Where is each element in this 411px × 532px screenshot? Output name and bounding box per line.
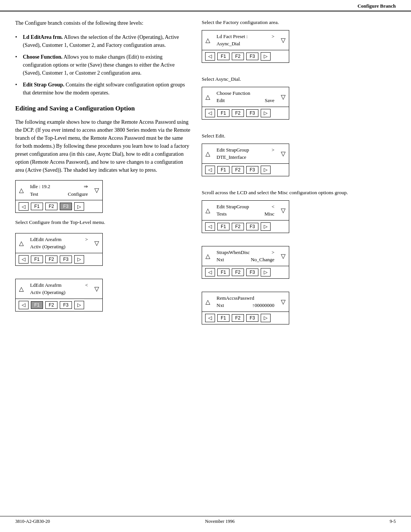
f3-button-r5[interactable]: F3 [246, 268, 258, 276]
back-button-r4[interactable]: ◁ [205, 222, 215, 231]
f1-button-r6[interactable]: F1 [217, 314, 229, 322]
f3-button-3[interactable]: F3 [60, 301, 72, 309]
panel-up-arrow-2[interactable]: △ [16, 233, 27, 253]
back-button-2[interactable]: ◁ [19, 255, 29, 264]
panel-up-arrow-r1[interactable]: △ [202, 30, 213, 50]
panel-ldedit1-content: LdEdit Areafrm > Activ (Operating) [27, 233, 91, 253]
panel-up-arrow-r2[interactable]: △ [202, 87, 213, 107]
panel-up-arrow-r5[interactable]: △ [202, 246, 213, 266]
back-button-r1[interactable]: ◁ [205, 52, 215, 61]
panel-up-arrow-r4[interactable]: △ [202, 201, 213, 220]
section-heading: Editing and Saving a Configuration Optio… [15, 104, 190, 113]
f1-button-2[interactable]: F1 [31, 256, 43, 263]
f2-button-2[interactable]: F2 [45, 256, 57, 263]
panel-idle-caption: Select Configure from the Top-Level menu… [15, 219, 190, 226]
page-footer: 3810-A2-GB30-20 November 1996 9-5 [0, 516, 411, 524]
configure-label: Configure [68, 190, 88, 198]
f1-button-3-highlighted[interactable]: F1 [31, 301, 43, 309]
forward-button-r1[interactable]: ▷ [261, 52, 271, 61]
panel-swd-lcd: △ StrapsWhenDisc > Nxt No_Change ▽ [202, 246, 289, 266]
f2-button-r6[interactable]: F2 [232, 314, 244, 322]
forward-button-r6[interactable]: ▷ [261, 314, 271, 322]
f2-button-r2[interactable]: F2 [232, 109, 244, 117]
f2-button[interactable]: F2 [45, 203, 57, 210]
fact-preset-arrow: > [272, 33, 274, 40]
f3-button-2[interactable]: F3 [60, 256, 72, 263]
lcd-line1-rap: RemAccssPasswrd [217, 294, 274, 302]
panel-down-arrow-r5[interactable]: ▽ [277, 246, 289, 266]
idle-arrow: ⇒ [84, 183, 88, 190]
f1-button-r2[interactable]: F1 [217, 109, 229, 117]
f3-button-highlighted[interactable]: F3 [60, 203, 72, 210]
panel-down-arrow-r6[interactable]: ▽ [277, 292, 289, 312]
panel-down-arrow-r1[interactable]: ▽ [277, 30, 289, 50]
lcd-line1-ldedit2: LdEdit Areafrm < [30, 281, 88, 289]
back-button-r3[interactable]: ◁ [205, 166, 215, 174]
back-button-r5[interactable]: ◁ [205, 268, 215, 276]
panel-down-arrow[interactable]: ▽ [91, 181, 102, 200]
panel-up-arrow[interactable]: △ [16, 181, 27, 200]
forward-button-r3[interactable]: ▷ [261, 166, 271, 174]
bullet-item-3: Edit Strap Group. Contains the eight sof… [15, 81, 190, 97]
panel-down-arrow-3[interactable]: ▽ [91, 279, 102, 299]
f3-button-r4[interactable]: F3 [246, 223, 258, 230]
panel-down-arrow-r2[interactable]: ▽ [277, 87, 289, 107]
f3-button-r2[interactable]: F3 [246, 109, 258, 117]
panel-rem-accss-passwrd: △ RemAccssPasswrd Nxt ↑00000000 ▽ ◁ [202, 292, 377, 331]
f1-button-r4[interactable]: F1 [217, 223, 229, 230]
panel-choose-function-box: △ Choose Function Edit Save ▽ ◁ F1 [202, 87, 289, 120]
edit-sg-label-2: Edit StrapGroup [217, 203, 249, 211]
panel-down-arrow-2[interactable]: ▽ [91, 233, 102, 253]
forward-button-2[interactable]: ▷ [74, 255, 84, 264]
select-edit-caption: Select Edit. [202, 133, 377, 140]
back-button[interactable]: ◁ [19, 202, 29, 211]
f3-button-r3[interactable]: F3 [246, 166, 258, 174]
panel-idle-content: Idle : 19.2 ⇒ Test Configure [27, 181, 91, 200]
f1-button-r1[interactable]: F1 [217, 53, 229, 60]
panel-rap-buttons: ◁ F1 F2 F3 ▷ [202, 312, 289, 324]
forward-button-r4[interactable]: ▷ [261, 222, 271, 231]
forward-button-3[interactable]: ▷ [74, 301, 84, 309]
panel-edit-sg2-content: Edit StrapGroup < Tests Misc [213, 201, 277, 220]
panel-up-arrow-r6[interactable]: △ [202, 292, 213, 312]
panel-down-arrow-r4[interactable]: ▽ [277, 201, 289, 220]
test-label: Test [30, 190, 38, 198]
f3-button-r6[interactable]: F3 [246, 314, 258, 322]
f3-button-r1[interactable]: F3 [246, 53, 258, 60]
f2-button-3[interactable]: F2 [45, 301, 57, 309]
fact-preset-label: Ld Fact Preset : [217, 33, 248, 40]
page-title: Configure Branch [357, 3, 396, 9]
forward-button-r5[interactable]: ▷ [261, 268, 271, 276]
f2-button-r5[interactable]: F2 [232, 268, 244, 276]
back-button-r6[interactable]: ◁ [205, 314, 215, 322]
f1-button[interactable]: F1 [31, 203, 43, 210]
f2-button-r4[interactable]: F2 [232, 223, 244, 230]
lcd-line1-sg1: Edit StrapGroup > [217, 146, 274, 154]
panel-up-arrow-r3[interactable]: △ [202, 144, 213, 163]
f2-button-r1[interactable]: F2 [232, 53, 244, 60]
bullet-list: Ld EditArea frm. Allows the selection of… [15, 33, 190, 97]
f1-button-r3[interactable]: F1 [217, 166, 229, 174]
panel-fact-preset-box: △ Ld Fact Preset : > Async_Dial ▽ ◁ [202, 30, 289, 63]
panel-edit-sg1-box: △ Edit StrapGroup > DTE_Interface ▽ ◁ [202, 144, 289, 176]
forward-button-r2[interactable]: ▷ [261, 109, 271, 117]
ldedit2-arrow: < [85, 281, 88, 289]
footer-left: 3810-A2-GB30-20 [15, 519, 50, 524]
back-button-3[interactable]: ◁ [19, 301, 29, 309]
panel-up-arrow-3[interactable]: △ [16, 279, 27, 299]
panel-down-arrow-r3[interactable]: ▽ [277, 144, 289, 163]
panel-fact-content: Ld Fact Preset : > Async_Dial [213, 30, 277, 50]
lcd-line-1: Idle : 19.2 ⇒ [30, 183, 88, 190]
f1-button-r5[interactable]: F1 [217, 268, 229, 276]
panel-ldedit1: △ LdEdit Areafrm > Activ (Operating) ▽ ◁ [15, 233, 190, 272]
nxt-label-2: Nxt [217, 302, 224, 309]
lcd-line2-sg1: DTE_Interface [217, 153, 274, 161]
panel-sg1-buttons: ◁ F1 F2 F3 ▷ [202, 164, 289, 176]
f2-button-r3[interactable]: F2 [232, 166, 244, 174]
lcd-line2-swd: Nxt No_Change [217, 256, 274, 264]
forward-button[interactable]: ▷ [74, 202, 84, 211]
panel-fact-preset: △ Ld Fact Preset : > Async_Dial ▽ ◁ [202, 30, 377, 69]
save-label: Save [265, 97, 274, 104]
edit-sg-arrow-1: > [272, 146, 274, 154]
back-button-r2[interactable]: ◁ [205, 109, 215, 117]
